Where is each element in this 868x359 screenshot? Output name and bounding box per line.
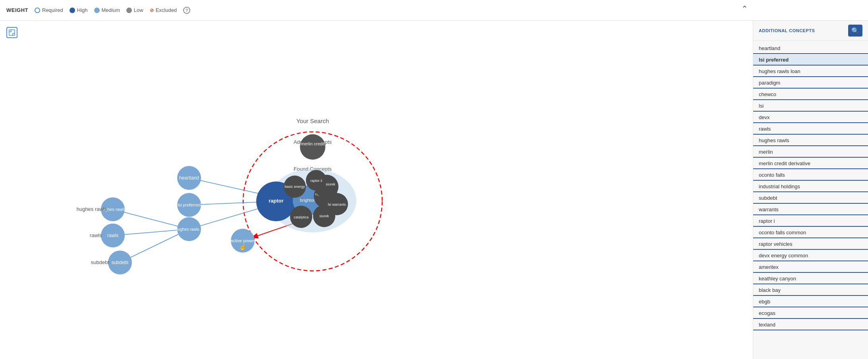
concept-item-lsi_preferred[interactable]: lsi preferred	[753, 55, 868, 66]
concept-item-hughes_rawls_loan[interactable]: hughes rawls loan	[753, 66, 868, 77]
concept-item-merlin_credit_derivative[interactable]: merlin credit derivative	[753, 158, 868, 169]
svg-text:active power: active power	[230, 238, 255, 243]
sidebar: ⌃ ADDITIONAL CONCEPTS 🔍 heartlandlsi pre…	[753, 21, 868, 359]
excluded-label: Excluded	[156, 7, 177, 13]
concept-item-raptor_vehicles[interactable]: raptor vehicles	[753, 239, 868, 250]
search-icon: 🔍	[851, 27, 859, 35]
expand-icon[interactable]	[6, 27, 17, 38]
concept-item-chewco[interactable]: chewco	[753, 89, 868, 100]
concept-item-heartland[interactable]: heartland	[753, 43, 868, 54]
help-icon[interactable]: ?	[183, 7, 190, 14]
sidebar-search-button[interactable]: 🔍	[848, 25, 862, 37]
low-dot	[126, 8, 132, 13]
concept-item-hughes_rawls[interactable]: hughes rawls	[753, 135, 868, 146]
svg-text:catalytica: catalytica	[294, 215, 309, 219]
label-subdebt: subdebt	[91, 259, 110, 265]
concept-item-warrants[interactable]: warrants	[753, 205, 868, 215]
legend-medium: Medium	[94, 7, 120, 13]
concept-item-devx_energy_common[interactable]: devx energy common	[753, 251, 868, 261]
concept-item-raptor_i[interactable]: raptor i	[753, 216, 868, 227]
svg-text:hughes rawls...: hughes rawls...	[176, 227, 202, 232]
sidebar-header: ADDITIONAL CONCEPTS 🔍	[753, 21, 868, 41]
legend-required: Required	[35, 7, 63, 13]
high-dot	[70, 8, 75, 13]
graph-svg: Your Search Added Concepts Found Concept…	[0, 21, 753, 359]
svg-text:raptor: raptor	[269, 198, 284, 204]
high-label: High	[77, 7, 88, 13]
legend-high: High	[70, 7, 88, 13]
concept-item-oconto_falls_common[interactable]: oconto falls common	[753, 228, 868, 238]
legend-low: Low	[126, 7, 143, 13]
medium-dot	[94, 8, 100, 13]
sidebar-title: ADDITIONAL CONCEPTS	[759, 28, 815, 33]
concept-item-paradigm[interactable]: paradigm	[753, 78, 868, 89]
svg-text:basic energy: basic energy	[284, 185, 305, 189]
required-dot	[35, 8, 40, 13]
your-search-label: Your Search	[296, 118, 329, 124]
medium-label: Medium	[102, 7, 120, 13]
concept-item-industrial_holdings[interactable]: industrial holdings	[753, 181, 868, 192]
weight-label: WEIGHT	[6, 7, 28, 13]
concept-item-merlin[interactable]: merlin	[753, 147, 868, 158]
node-merlin-credit[interactable]	[300, 134, 325, 160]
svg-rect-0	[9, 30, 11, 32]
concept-item-subdebt[interactable]: subdebt	[753, 193, 868, 204]
required-label: Required	[42, 7, 63, 13]
concept-item-texland[interactable]: texland	[753, 320, 868, 330]
svg-text:subdebt: subdebt	[112, 260, 129, 265]
concept-item-ebgb[interactable]: ebgb	[753, 297, 868, 307]
legend-excluded: ⊘ Excluded	[150, 7, 177, 13]
concept-item-lsi[interactable]: lsi	[753, 101, 868, 112]
concept-item-oconto_falls[interactable]: oconto falls	[753, 170, 868, 181]
svg-text:siurek: siurek	[319, 214, 329, 218]
svg-text:lsi preferred: lsi preferred	[178, 203, 201, 207]
concepts-list: heartlandlsi preferredhughes rawls loanp…	[753, 41, 868, 359]
low-label: Low	[134, 7, 143, 13]
label-rawls: rawls	[90, 232, 102, 238]
concept-item-keathley_canyon[interactable]: keathley canyon	[753, 274, 868, 284]
svg-rect-1	[13, 33, 15, 35]
svg-text:raptor ii: raptor ii	[310, 179, 322, 183]
concept-item-rawls[interactable]: rawls	[753, 124, 868, 135]
concept-item-ameritex[interactable]: ameritex	[753, 262, 868, 273]
concept-item-ecogas[interactable]: ecogas	[753, 308, 868, 319]
svg-text:brighton: brighton	[300, 198, 316, 203]
svg-text:lsi warrants: lsi warrants	[328, 203, 346, 207]
svg-text:heartland: heartland	[179, 175, 199, 181]
concept-item-black_bay[interactable]: black bay	[753, 285, 868, 296]
label-hughes-rawls: hughes rawls	[77, 206, 107, 212]
svg-text:rawls: rawls	[107, 233, 118, 238]
svg-text:merlin credit: merlin credit	[301, 141, 325, 146]
svg-text:☝: ☝	[239, 243, 247, 251]
excluded-icon: ⊘	[150, 8, 154, 13]
concept-item-devx[interactable]: devx	[753, 112, 868, 123]
